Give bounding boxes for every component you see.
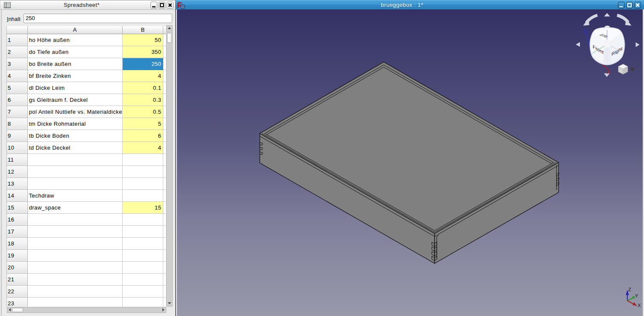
svg-text:Y: Y	[635, 293, 638, 298]
svg-text:X: X	[638, 303, 641, 308]
svg-text:Z: Z	[584, 28, 587, 34]
svg-text:X: X	[607, 69, 610, 75]
svg-text:Z: Z	[628, 287, 631, 292]
